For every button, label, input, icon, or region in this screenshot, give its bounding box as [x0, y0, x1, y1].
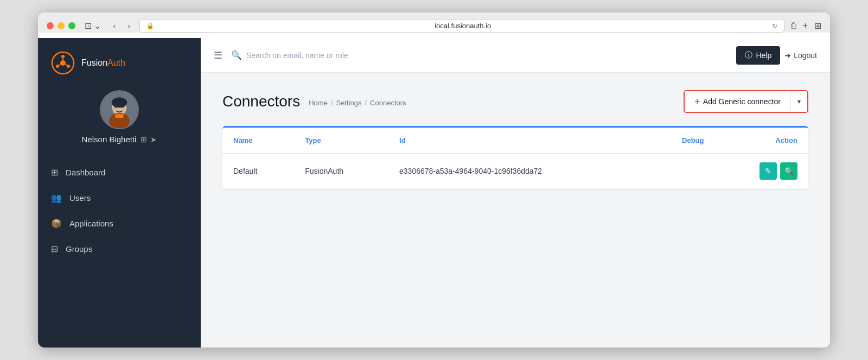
- menu-icon[interactable]: ☰: [214, 49, 222, 61]
- share-icon[interactable]: ⎙: [791, 21, 796, 31]
- user-card-icon[interactable]: ⊞: [141, 135, 147, 144]
- sidebar-divider: [38, 155, 201, 155]
- dashboard-icon: ⊞: [51, 167, 58, 178]
- logout-button[interactable]: ➜ Logout: [784, 51, 817, 60]
- svg-point-4: [67, 65, 70, 68]
- breadcrumb: Home / Settings / Connectors: [309, 97, 406, 107]
- add-connector-button-group[interactable]: + Add Generic connector ▾: [684, 90, 808, 113]
- page-title-section: Connectors Home / Settings / Connectors: [222, 93, 406, 110]
- page-content: Connectors Home / Settings / Connectors …: [201, 73, 830, 348]
- plus-icon: +: [694, 97, 699, 106]
- sidebar: FusionAuth: [38, 38, 201, 348]
- search-connector-button[interactable]: 🔍: [780, 162, 797, 180]
- browser-actions: ⎙ + ⊞: [791, 21, 821, 31]
- breadcrumb-connectors[interactable]: Connectors: [370, 99, 406, 107]
- search-placeholder: Search on email, name or role: [246, 51, 348, 60]
- sidebar-item-applications[interactable]: 📦 Applications: [38, 211, 201, 236]
- cell-name: Default: [222, 154, 294, 189]
- forward-button[interactable]: ›: [125, 21, 133, 31]
- sidebar-item-label: Applications: [69, 219, 113, 228]
- logout-icon: ➜: [784, 51, 791, 60]
- search-bar: 🔍 Search on email, name or role: [231, 50, 727, 60]
- page-title: Connectors: [222, 93, 300, 110]
- topbar-actions: ⓘ Help ➜ Logout: [736, 46, 817, 65]
- security-icon: 🔒: [146, 22, 154, 29]
- new-tab-icon[interactable]: +: [803, 21, 808, 31]
- maximize-button[interactable]: [68, 22, 75, 29]
- user-action-icons[interactable]: ⊞ ➤: [141, 135, 157, 144]
- avatar: [100, 90, 139, 129]
- reload-button[interactable]: ↻: [772, 22, 777, 30]
- users-icon: 👥: [51, 193, 62, 203]
- col-id: Id: [388, 128, 646, 154]
- topbar: ☰ 🔍 Search on email, name or role ⓘ Help…: [201, 38, 830, 73]
- cell-debug: [646, 154, 714, 189]
- sidebar-nav: ⊞ Dashboard 👥 Users 📦 Applications ⊟ Gro…: [38, 160, 201, 348]
- groups-icon: ⊟: [51, 244, 58, 254]
- sidebar-item-label: Dashboard: [66, 168, 105, 177]
- minimize-button[interactable]: [58, 22, 65, 29]
- sidebar-item-groups[interactable]: ⊟ Groups: [38, 236, 201, 262]
- logo-text: FusionAuth: [81, 58, 125, 68]
- col-type: Type: [294, 128, 388, 154]
- add-generic-connector-button[interactable]: + Add Generic connector: [685, 91, 790, 112]
- cell-type: FusionAuth: [294, 154, 388, 189]
- help-icon: ⓘ: [745, 50, 752, 60]
- main-content: ☰ 🔍 Search on email, name or role ⓘ Help…: [201, 38, 830, 348]
- fusionauth-logo-icon: [51, 51, 75, 75]
- url-text: local.fusionauth.io: [157, 22, 769, 30]
- svg-point-2: [61, 55, 65, 58]
- col-name: Name: [222, 128, 294, 154]
- svg-point-1: [60, 60, 66, 66]
- connectors-table-card: Name Type Id Debug Action Default Fusion…: [222, 126, 808, 189]
- svg-line-5: [66, 65, 67, 66]
- traffic-lights[interactable]: [47, 22, 75, 29]
- page-header: Connectors Home / Settings / Connectors …: [222, 90, 808, 113]
- cell-id: e3306678-a53a-4964-9040-1c96f36dda72: [388, 154, 646, 189]
- cell-action: ✎ 🔍: [714, 154, 808, 189]
- svg-line-7: [59, 65, 61, 66]
- help-button[interactable]: ⓘ Help: [736, 46, 780, 65]
- svg-rect-14: [115, 114, 123, 118]
- applications-icon: 📦: [51, 218, 62, 229]
- search-icon: 🔍: [231, 50, 242, 60]
- avatar-image: [101, 90, 138, 129]
- sidebar-item-dashboard[interactable]: ⊞ Dashboard: [38, 160, 201, 185]
- svg-point-6: [56, 65, 59, 68]
- add-button-label: Add Generic connector: [703, 97, 781, 106]
- back-button[interactable]: ‹: [110, 21, 118, 31]
- sidebar-item-label: Users: [69, 193, 91, 203]
- sidebar-item-label: Groups: [66, 244, 92, 254]
- user-name: Nelson Bighetti ⊞ ➤: [82, 135, 157, 144]
- col-debug: Debug: [646, 128, 714, 154]
- action-buttons: ✎ 🔍: [725, 162, 797, 180]
- breadcrumb-sep-1: /: [331, 99, 333, 107]
- edit-connector-button[interactable]: ✎: [760, 162, 777, 180]
- user-navigate-icon[interactable]: ➤: [150, 135, 157, 144]
- sidebar-toggle-button[interactable]: ⊡ ⌄: [82, 20, 104, 32]
- col-action: Action: [714, 128, 808, 154]
- sidebar-logo: FusionAuth: [38, 38, 201, 84]
- sidebar-item-users[interactable]: 👥 Users: [38, 185, 201, 211]
- table-row: Default FusionAuth e3306678-a53a-4964-90…: [222, 154, 808, 189]
- breadcrumb-settings[interactable]: Settings: [336, 99, 362, 107]
- close-button[interactable]: [47, 22, 54, 29]
- breadcrumb-sep-2: /: [365, 99, 367, 107]
- user-profile: Nelson Bighetti ⊞ ➤: [38, 84, 201, 155]
- add-connector-dropdown-button[interactable]: ▾: [790, 91, 807, 112]
- table-header-row: Name Type Id Debug Action: [222, 128, 808, 154]
- tabs-icon[interactable]: ⊞: [814, 21, 821, 31]
- breadcrumb-home[interactable]: Home: [309, 99, 328, 107]
- connectors-table: Name Type Id Debug Action Default Fusion…: [222, 128, 808, 189]
- address-bar[interactable]: 🔒 local.fusionauth.io ↻: [139, 19, 784, 33]
- svg-point-13: [112, 97, 127, 108]
